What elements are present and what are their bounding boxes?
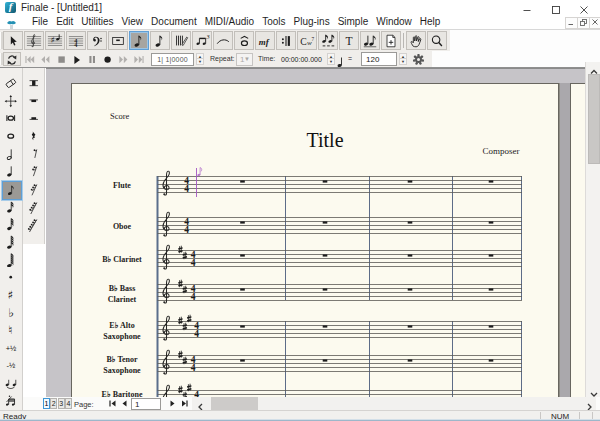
menu-tools[interactable]: Tools [258,15,289,29]
menu-document[interactable]: Document [147,15,201,29]
palette-hundredtwentyeighth-note[interactable] [2,252,20,269]
close-button[interactable] [570,0,598,15]
smart-shape-tool[interactable] [213,31,233,50]
speedy-entry-tool[interactable] [150,31,170,50]
palette-double-whole-rest[interactable] [25,75,43,92]
time-spinner[interactable]: ▲▼ [327,53,335,66]
last-page-button[interactable] [179,399,189,409]
transport-stop-button[interactable] [53,52,69,66]
horizontal-scroll-thumb[interactable] [211,397,258,410]
tempo-field[interactable] [361,52,397,66]
time-signature-tool[interactable]: 44 [66,31,86,50]
menu-simple[interactable]: Simple [334,15,373,29]
playback-settings-button[interactable] [412,52,426,66]
vertical-scrollbar[interactable] [585,62,600,397]
palette-double-whole-note[interactable] [2,110,20,127]
vertical-scroll-thumb[interactable] [588,74,600,164]
minimize-button[interactable] [513,0,541,15]
menu-file[interactable]: File [28,15,52,29]
mdi-close-button[interactable] [589,17,600,29]
scroll-right-arrow[interactable] [585,397,595,410]
transport-play-button[interactable] [69,52,85,66]
score-page-1[interactable] [71,83,559,399]
palette-quarter-note[interactable] [2,163,20,180]
palette-sixtyfourth-rest[interactable] [25,199,43,216]
palette-whole-rest[interactable] [25,93,43,110]
staff-tool[interactable] [24,31,44,50]
first-page-button[interactable] [107,399,117,409]
menu-plug-ins[interactable]: Plug-ins [290,15,334,29]
palette-whole-note[interactable] [2,128,20,145]
menu-help[interactable]: Help [416,15,445,29]
score-canvas[interactable] [46,68,585,397]
key-signature-tool[interactable]: ♯ [45,31,65,50]
transport-rewind-button[interactable] [38,52,54,66]
palette-half-note[interactable] [2,146,20,163]
clef-tool[interactable] [87,31,107,50]
palette-quarter-rest[interactable] [25,128,43,145]
scroll-down-arrow[interactable] [587,384,600,397]
palette-sixtyfourth-note[interactable] [2,234,20,251]
expression-tool[interactable]: mf [255,31,275,50]
palette-thirtysecond-note[interactable] [2,216,20,233]
palette-sixteenth-note[interactable] [2,199,20,216]
next-page-button[interactable] [167,399,177,409]
layer-1-button[interactable]: 1 [43,398,50,409]
transport-rewind-to-start-button[interactable] [22,52,38,66]
page-number-input[interactable] [131,398,161,410]
playback-position-field[interactable]: 1| 1|0000 [151,53,194,66]
transport-pause-button[interactable] [84,52,100,66]
text-tool[interactable]: T [339,31,359,50]
palette-eighth-note[interactable] [2,181,22,200]
palette-minus-half-step[interactable]: -½ [2,357,20,374]
transport-forward-to-end-button[interactable] [131,52,147,66]
palette-augmentation-dot[interactable] [2,269,20,286]
layer-3-button[interactable]: 3 [58,398,65,409]
palette-eighth-rest[interactable] [25,146,43,163]
palette-plus-half-step[interactable]: +½ [2,340,20,357]
repeat-tool[interactable] [276,31,296,50]
tempo-equals: = [348,55,352,62]
menu-midi-audio[interactable]: MIDI/Audio [201,15,258,29]
menu-view[interactable]: View [118,15,148,29]
palette-sixteenth-rest[interactable] [25,163,43,180]
measure-tool[interactable] [108,31,128,50]
maximize-button[interactable] [542,0,570,15]
previous-page-button[interactable] [119,399,129,409]
hand-grabber-tool[interactable] [406,31,426,50]
tuplet-tool[interactable]: 3 [192,31,212,50]
simple-entry-tool[interactable] [129,31,149,50]
palette-grace-note[interactable] [2,393,20,410]
score-page-2[interactable] [570,83,586,399]
note-mover-tool[interactable] [360,31,380,50]
menu-window[interactable]: Window [372,15,416,29]
resize-tool[interactable] [381,31,401,50]
palette-flat[interactable]: ♭ [2,304,20,321]
lyrics-tool[interactable] [318,31,338,50]
layer-4-button[interactable]: 4 [65,398,72,409]
playback-loop-button[interactable] [3,52,21,66]
palette-sharp[interactable]: ♯ [2,287,20,304]
hyperscribe-tool[interactable] [171,31,191,50]
transport-fast-forward-button[interactable] [116,52,132,66]
palette-natural[interactable]: ♮ [2,322,20,339]
chord-tool[interactable]: Cw7 [297,31,317,50]
transport-record-button[interactable] [100,52,116,66]
palette-thirtysecond-rest[interactable] [25,181,43,198]
position-spinner[interactable]: ▲▼ [196,53,204,66]
repeat-count-select[interactable]: 1▼ [236,53,253,66]
selection-tool[interactable] [3,31,23,50]
menu-edit[interactable]: Edit [52,15,77,29]
palette-eraser[interactable] [2,75,20,92]
palette-half-rest[interactable] [25,110,43,127]
tempo-spinner[interactable]: ▲▼ [399,53,407,66]
layer-2-button[interactable]: 2 [50,398,57,409]
palette-hundredtwentyeighth-rest[interactable] [25,216,43,233]
palette-tie[interactable] [2,375,20,392]
menu-utilities[interactable]: Utilities [77,15,117,29]
articulation-tool[interactable] [234,31,254,50]
horizontal-scrollbar[interactable] [192,397,596,410]
zoom-tool[interactable] [427,31,447,50]
scroll-left-arrow[interactable] [192,397,209,410]
palette-move[interactable] [2,93,20,110]
